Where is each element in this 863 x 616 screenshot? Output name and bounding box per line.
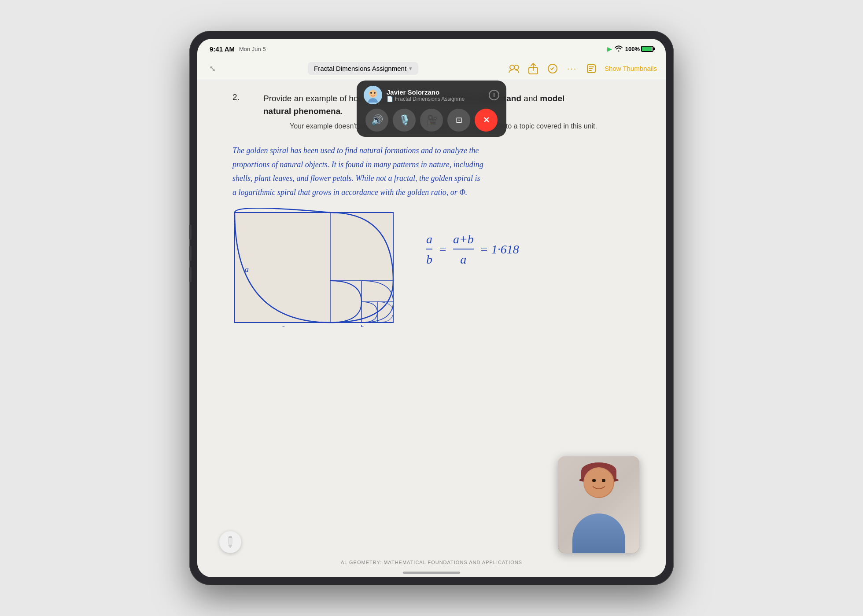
ipad-screen: 9:41 AM Mon Jun 5 ▶ 100% [197,39,666,577]
ipad-device: 9:41 AM Mon Jun 5 ▶ 100% [189,31,674,585]
microphone-icon: 🎙️ [398,114,410,126]
svg-point-7 [370,92,372,94]
note-button[interactable] [585,62,597,75]
more-button[interactable]: ··· [566,62,578,75]
end-call-button[interactable]: ✕ [475,109,498,132]
share-button[interactable] [527,62,539,75]
person-head [583,467,614,498]
video-indicator-icon: ▶ [607,45,612,52]
shrink-icon: ⤡ [209,64,216,73]
caller-avatar [364,86,382,104]
handwritten-line-2: proportions of natural objects. It is fo… [232,158,631,172]
toolbar-right: ··· Show Thumbnails [508,62,657,75]
caller-info: Javier Solorzano 📄 Fractal Dimensions As… [387,88,484,102]
svg-text:a: a [281,323,285,327]
battery-percent: 100% [625,46,640,52]
svg-point-21 [592,479,596,482]
svg-rect-19 [229,536,232,538]
video-thumbnail [558,456,639,553]
handwritten-answer: The golden spiral has been used to find … [232,144,631,199]
side-buttons [189,225,192,282]
ellipsis-icon: ··· [567,63,577,73]
formula-section: a b = a+b a = 1·618 [426,208,519,269]
camera-button[interactable]: 🎥 [420,109,443,132]
document-title-area[interactable]: Fractal Dimensions Assignment ▾ [308,62,418,75]
svg-point-8 [374,92,376,94]
show-thumbnails-button[interactable]: Show Thumbnails [605,65,657,72]
home-indicator [403,572,460,574]
svg-rect-9 [235,213,393,323]
wifi-icon [615,45,623,53]
screen-share-button[interactable]: ⊡ [447,109,470,132]
handwritten-line-3: shells, plant leaves, and flower petals.… [232,172,631,186]
svg-point-20 [584,468,613,497]
shrink-button[interactable]: ⤡ [206,62,218,75]
facetime-overlay: Javier Solorzano 📄 Fractal Dimensions As… [357,81,506,137]
handwritten-line-4: a logarithmic spiral that grows in accor… [232,186,631,200]
bottom-caption: AL GEOMETRY: MATHEMATICAL FOUNDATIONS AN… [341,560,522,565]
caption-text: AL GEOMETRY: MATHEMATICAL FOUNDATIONS AN… [341,560,522,565]
status-date: Mon Jun 5 [239,46,266,52]
status-icons: ▶ 100% [607,45,653,53]
screen-share-icon: ⊡ [456,115,462,125]
svg-text:a: a [245,265,249,274]
svg-point-1 [514,65,519,70]
battery-indicator: 100% [625,46,653,52]
collaborate-button[interactable] [508,62,520,75]
document-icon: 📄 [387,96,393,102]
facetime-doc-name: Fractal Dimensions Assignme [395,96,465,102]
formula-display: a b = a+b a = 1·618 [426,230,519,269]
toolbar-left: ⤡ [206,62,218,75]
facetime-document: 📄 Fractal Dimensions Assignme [387,96,484,102]
golden-spiral-diagram: a a b [232,208,400,327]
camera-icon: 🎥 [426,114,438,126]
markup-button[interactable] [546,62,559,75]
facetime-controls: 🔊 🎙️ 🎥 ⊡ ✕ [364,109,499,132]
facetime-info-button[interactable]: i [489,90,499,100]
facetime-header: Javier Solorzano 📄 Fractal Dimensions As… [364,86,499,104]
svg-text:b: b [360,323,364,327]
handwritten-line-1: The golden spiral has been used to find … [232,144,631,158]
toolbar: ⤡ Fractal Dimensions Assignment ▾ [197,57,666,80]
status-bar: 9:41 AM Mon Jun 5 ▶ 100% [197,39,666,57]
end-call-icon: ✕ [483,115,490,125]
microphone-button[interactable]: 🎙️ [393,109,416,132]
main-content: 2. Provide an example of how mathematics… [197,80,666,577]
svg-point-6 [369,90,377,98]
caller-name: Javier Solorzano [387,88,484,96]
speaker-icon: 🔊 [371,114,383,126]
question-number: 2. [232,92,250,141]
speaker-button[interactable]: 🔊 [365,109,388,132]
svg-point-22 [602,479,605,482]
svg-point-0 [510,65,514,70]
diagram-area: a a b a b = [232,208,631,327]
pencil-tool-button[interactable] [219,531,241,553]
status-time: 9:41 AM [210,45,235,53]
document-title: Fractal Dimensions Assignment [314,65,406,72]
dropdown-arrow-icon: ▾ [409,65,412,72]
